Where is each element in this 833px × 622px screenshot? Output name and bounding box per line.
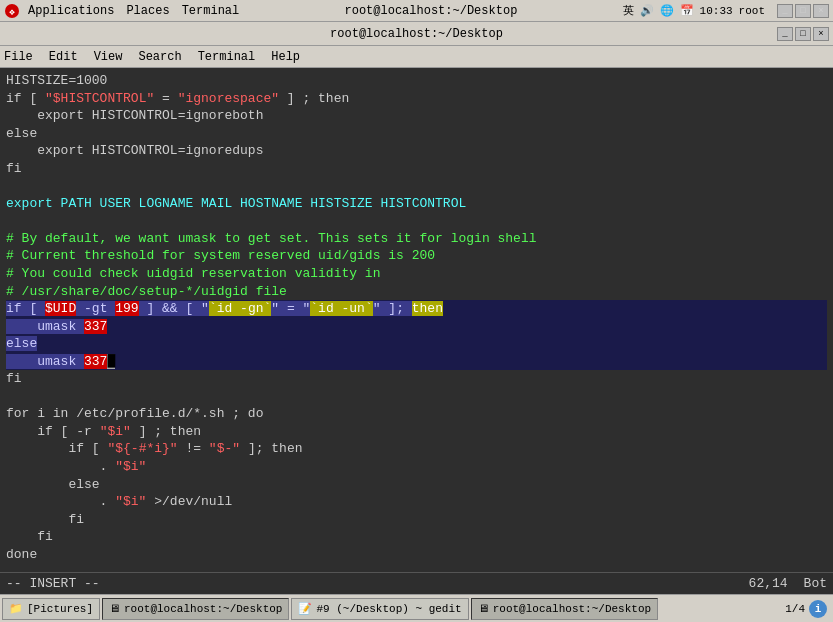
code-line: HISTSIZE=1000 — [6, 72, 827, 90]
code-line: export HISTCONTROL=ignoreboth — [6, 107, 827, 125]
minimize-button[interactable]: _ — [777, 4, 793, 18]
code-line: else — [6, 476, 827, 494]
code-line: export PATH USER LOGNAME MAIL HOSTNAME H… — [6, 195, 827, 213]
terminal-title: root@localhost:~/Desktop — [330, 27, 503, 41]
code-line: if [ -r "$i" ] ; then — [6, 423, 827, 441]
terminal-window-controls[interactable]: _ □ × — [777, 27, 829, 41]
menu-help[interactable]: Help — [271, 50, 300, 64]
terminal-icon: 🖥 — [109, 602, 120, 615]
terminal-titlebar: root@localhost:~/Desktop _ □ × — [0, 22, 833, 46]
taskbar-desktop-1[interactable]: 🖥 root@localhost:~/Desktop — [102, 598, 289, 620]
code-line: else — [6, 125, 827, 143]
code-line: fi — [6, 511, 827, 529]
time-display: 10:33 — [700, 5, 733, 17]
terminal-maximize[interactable]: □ — [795, 27, 811, 41]
code-line: fi — [6, 160, 827, 178]
blank-line — [6, 212, 827, 230]
window-title-center: root@localhost:~/Desktop — [247, 4, 614, 18]
comment-line: # By default, we want umask to get set. … — [6, 230, 827, 248]
maximize-button[interactable]: □ — [795, 4, 811, 18]
volume-indicator: 🔊 — [640, 4, 654, 17]
menu-file[interactable]: File — [4, 50, 33, 64]
system-top-bar: ❖ Applications Places Terminal root@loca… — [0, 0, 833, 22]
taskbar-info: 1/4 i — [781, 600, 831, 618]
blank-line — [6, 563, 827, 572]
highlighted-line-3: else — [6, 335, 827, 353]
vim-status-bar: -- INSERT -- 62,14 Bot — [0, 572, 833, 594]
folder-icon: 📁 — [9, 602, 23, 615]
app-icon: ❖ — [4, 3, 20, 19]
comment-line: # /usr/share/doc/setup-*/uidgid file — [6, 283, 827, 301]
date-icon: 📅 — [680, 4, 694, 17]
terminal-content: HISTSIZE=1000 if [ "$HISTCONTROL" = "ign… — [0, 68, 833, 572]
code-line: fi — [6, 370, 827, 388]
menu-edit[interactable]: Edit — [49, 50, 78, 64]
scroll-position: Bot — [804, 576, 827, 591]
highlighted-line-4: umask 337█ — [6, 353, 827, 371]
menu-view[interactable]: View — [94, 50, 123, 64]
taskbar: 📁 [Pictures] 🖥 root@localhost:~/Desktop … — [0, 594, 833, 622]
comment-line: # You could check uidgid reservation val… — [6, 265, 827, 283]
terminal-app-menu[interactable]: File Edit View Search Terminal Help — [0, 46, 833, 68]
vim-mode: -- INSERT -- — [6, 576, 749, 591]
code-line: . "$i" >/dev/null — [6, 493, 827, 511]
svg-text:❖: ❖ — [9, 7, 15, 18]
network-indicator: 🌐 — [660, 4, 674, 17]
places-menu[interactable]: Places — [126, 4, 169, 18]
blank-line — [6, 177, 827, 195]
system-menu[interactable]: Applications Places Terminal — [28, 4, 239, 18]
top-window-controls[interactable]: _ □ × — [777, 4, 829, 18]
taskbar-pictures[interactable]: 📁 [Pictures] — [2, 598, 100, 620]
taskbar-desktop-2[interactable]: 🖥 root@localhost:~/Desktop — [471, 598, 658, 620]
taskbar-label: root@localhost:~/Desktop — [124, 603, 282, 615]
page-indicator: 1/4 — [785, 603, 805, 615]
terminal-menu-top[interactable]: Terminal — [182, 4, 240, 18]
terminal-window: root@localhost:~/Desktop _ □ × File Edit… — [0, 22, 833, 594]
menu-search[interactable]: Search — [138, 50, 181, 64]
taskbar-gedit[interactable]: 📝 #9 (~/Desktop) ~ gedit — [291, 598, 468, 620]
highlighted-line-2: umask 337 — [6, 318, 827, 336]
code-line: . "$i" — [6, 458, 827, 476]
terminal-minimize[interactable]: _ — [777, 27, 793, 41]
system-tray: 英 🔊 🌐 📅 10:33 root — [623, 3, 765, 18]
code-line: export HISTCONTROL=ignoredups — [6, 142, 827, 160]
cursor-position: 62,14 — [749, 576, 788, 591]
code-line: fi — [6, 528, 827, 546]
blank-line — [6, 388, 827, 406]
code-line: if [ "$HISTCONTROL" = "ignorespace" ] ; … — [6, 90, 827, 108]
editor-icon: 📝 — [298, 602, 312, 615]
language-indicator: 英 — [623, 3, 634, 18]
taskbar-label: root@localhost:~/Desktop — [493, 603, 651, 615]
menu-terminal[interactable]: Terminal — [198, 50, 256, 64]
user-display: root — [739, 5, 765, 17]
info-button[interactable]: i — [809, 600, 827, 618]
close-button[interactable]: × — [813, 4, 829, 18]
code-line: if [ "${-#*i}" != "$-" ]; then — [6, 440, 827, 458]
highlighted-line-1: if [ $UID -gt 199 ] && [ "`id -gn`" = "`… — [6, 300, 827, 318]
terminal-icon-2: 🖥 — [478, 602, 489, 615]
applications-menu[interactable]: Applications — [28, 4, 114, 18]
taskbar-label: [Pictures] — [27, 603, 93, 615]
taskbar-label: #9 (~/Desktop) ~ gedit — [316, 603, 461, 615]
terminal-close[interactable]: × — [813, 27, 829, 41]
code-line: done — [6, 546, 827, 564]
code-line: for i in /etc/profile.d/*.sh ; do — [6, 405, 827, 423]
comment-line: # Current threshold for system reserved … — [6, 247, 827, 265]
